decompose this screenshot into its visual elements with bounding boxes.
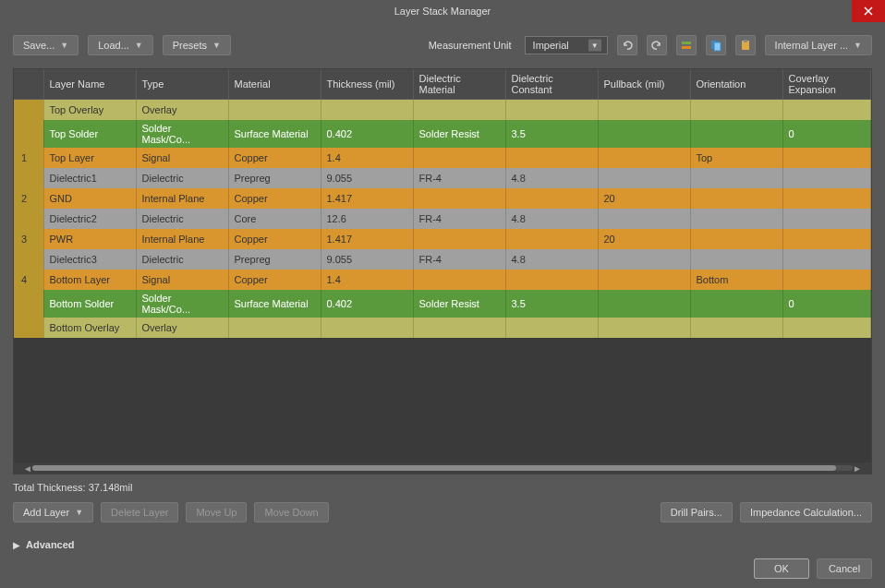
cell-thickness[interactable]: 0.402 [321,120,413,148]
cell-coverlay[interactable] [782,209,871,229]
cell-thickness[interactable]: 1.4 [321,148,413,168]
cell-orientation[interactable] [690,290,782,318]
close-button[interactable] [852,0,885,22]
cell-orientation[interactable] [690,120,782,148]
cell-orientation[interactable] [690,100,782,120]
cell-dmaterial[interactable]: Solder Resist [413,290,505,318]
cell-pullback[interactable] [598,209,690,229]
cell-type[interactable]: Dielectric [136,168,228,188]
cell-dmaterial[interactable] [413,100,505,120]
cell-name[interactable]: Dielectric3 [43,249,136,270]
cell-pullback[interactable]: 20 [598,188,690,209]
cell-dmaterial[interactable]: FR-4 [413,249,505,270]
col-name-header[interactable]: Layer Name [43,69,136,100]
cell-thickness[interactable]: 9.055 [321,168,413,188]
cell-name[interactable]: Top Overlay [43,100,136,120]
cell-material[interactable]: Prepreg [228,249,321,270]
cell-coverlay[interactable] [782,270,871,290]
cell-name[interactable]: Bottom Solder [43,290,136,318]
cell-name[interactable]: Bottom Overlay [43,318,136,338]
col-thickness-header[interactable]: Thickness (mil) [321,69,413,100]
cell-thickness[interactable]: 12.6 [321,209,413,229]
horizontal-scrollbar[interactable]: ◄ ► [14,462,871,474]
col-material-header[interactable]: Material [228,69,321,100]
cell-pullback[interactable]: 20 [598,229,690,249]
cell-coverlay[interactable] [782,168,871,188]
cell-pullback[interactable] [598,120,690,148]
col-dmaterial-header[interactable]: Dielectric Material [413,69,505,100]
cell-dconstant[interactable] [505,148,598,168]
cell-orientation[interactable] [690,229,782,249]
cell-type[interactable]: Internal Plane [136,229,228,249]
scroll-right-icon[interactable]: ► [853,463,862,474]
cell-type[interactable]: Signal [136,148,228,168]
cell-dconstant[interactable] [505,270,598,290]
redo-button[interactable] [647,35,667,55]
undo-button[interactable] [617,35,637,55]
cell-num[interactable] [14,209,43,229]
cell-material[interactable]: Copper [228,270,321,290]
cell-coverlay[interactable]: 0 [782,290,871,318]
cell-material[interactable]: Copper [228,229,321,249]
ok-button[interactable]: OK [754,558,809,579]
drill-pairs-button[interactable]: Drill Pairs... [661,502,733,522]
tool-button-3[interactable] [735,35,756,55]
cell-name[interactable]: Dielectric1 [43,168,136,188]
cell-num[interactable]: 4 [14,270,43,290]
cell-thickness[interactable] [321,100,413,120]
scrollbar-thumb[interactable] [32,465,836,471]
cell-thickness[interactable]: 0.402 [321,290,413,318]
cell-orientation[interactable] [690,188,782,209]
cell-coverlay[interactable] [782,229,871,249]
cell-num[interactable]: 2 [14,188,43,209]
table-row[interactable]: Bottom OverlayOverlay [14,318,871,338]
cell-material[interactable]: Copper [228,188,321,209]
cell-num[interactable] [14,100,43,120]
cell-type[interactable]: Overlay [136,100,228,120]
cell-material[interactable]: Prepreg [228,168,321,188]
cell-type[interactable]: Overlay [136,318,228,338]
cell-pullback[interactable] [598,290,690,318]
cell-material[interactable]: Surface Material [228,290,321,318]
cell-name[interactable]: Top Solder [43,120,136,148]
presets-button[interactable]: Presets▼ [163,35,231,55]
table-row[interactable]: 3PWRInternal PlaneCopper1.41720 [14,229,871,249]
cell-thickness[interactable]: 1.417 [321,229,413,249]
save-button[interactable]: Save...▼ [13,35,79,55]
cell-dconstant[interactable] [505,318,598,338]
cell-name[interactable]: PWR [43,229,136,249]
cell-name[interactable]: Dielectric2 [43,209,136,229]
cell-type[interactable]: Dielectric [136,209,228,229]
cell-dconstant[interactable] [505,229,598,249]
cell-pullback[interactable] [598,270,690,290]
measurement-unit-dropdown[interactable]: Imperial [525,36,608,54]
cell-num[interactable] [14,290,43,318]
cell-pullback[interactable] [598,100,690,120]
cell-orientation[interactable] [690,168,782,188]
cell-material[interactable] [228,318,321,338]
cell-dconstant[interactable]: 4.8 [505,249,598,270]
cell-dconstant[interactable]: 3.5 [505,290,598,318]
tool-button-1[interactable] [676,35,697,55]
col-dconstant-header[interactable]: Dielectric Constant [505,69,598,100]
table-row[interactable]: 1Top LayerSignalCopper1.4Top [14,148,871,168]
table-row[interactable]: Dielectric2DielectricCore12.6FR-44.8 [14,209,871,229]
cell-orientation[interactable] [690,318,782,338]
cell-material[interactable]: Surface Material [228,120,321,148]
table-row[interactable]: Top OverlayOverlay [14,100,871,120]
cell-coverlay[interactable] [782,318,871,338]
cancel-button[interactable]: Cancel [817,558,872,579]
table-row[interactable]: 2GNDInternal PlaneCopper1.41720 [14,188,871,209]
move-down-button[interactable]: Move Down [254,502,328,522]
delete-layer-button[interactable]: Delete Layer [101,502,178,522]
cell-orientation[interactable]: Top [690,148,782,168]
cell-type[interactable]: Solder Mask/Co... [136,120,228,148]
table-row[interactable]: Dielectric1DielectricPrepreg9.055FR-44.8 [14,168,871,188]
advanced-section-toggle[interactable]: ▶ Advanced [13,539,872,550]
cell-orientation[interactable]: Bottom [690,270,782,290]
col-orientation-header[interactable]: Orientation [690,69,782,100]
cell-dconstant[interactable]: 4.8 [505,168,598,188]
cell-dmaterial[interactable]: Solder Resist [413,120,505,148]
cell-dmaterial[interactable]: FR-4 [413,209,505,229]
cell-type[interactable]: Solder Mask/Co... [136,290,228,318]
